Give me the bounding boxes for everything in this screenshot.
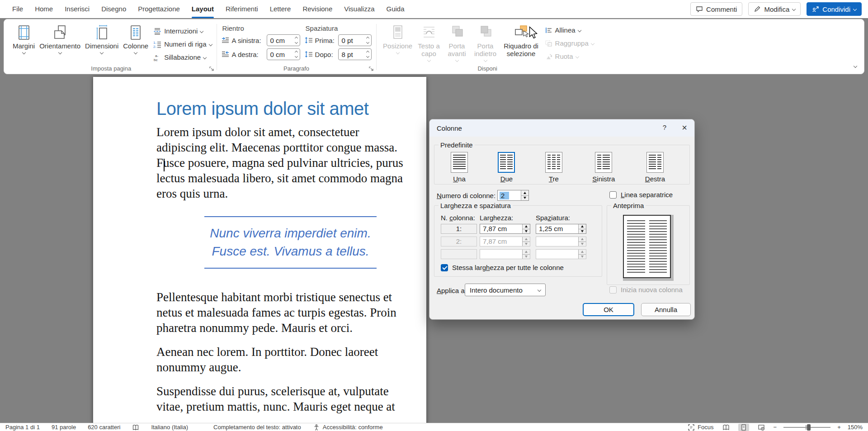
presets-group: Predefinite Una Due Tre Sinistra Destra	[434, 145, 690, 185]
tab-file[interactable]: File	[6, 0, 29, 18]
stepper-arrows[interactable]	[522, 224, 530, 233]
tab-progettazione[interactable]: Progettazione	[132, 0, 186, 18]
orientation-button[interactable]: Orientamento	[37, 22, 83, 55]
number-of-columns-input[interactable]: 2	[497, 190, 529, 201]
zoom-level[interactable]: 150%	[848, 424, 863, 431]
tab-riferimenti[interactable]: Riferimenti	[220, 0, 264, 18]
collapse-ribbon-icon[interactable]	[854, 61, 857, 69]
preset-due[interactable]: Due	[498, 152, 515, 183]
checkbox-checked[interactable]	[441, 264, 448, 271]
group-paragraph: Rientro A sinistra: 0 cm A destra: 0 cm …	[218, 21, 375, 74]
word-count[interactable]: 91 parole	[52, 424, 76, 431]
preset-sinistra[interactable]: Sinistra	[592, 152, 615, 183]
focus-button[interactable]: Focus	[688, 424, 713, 431]
web-layout-button[interactable]	[756, 424, 767, 431]
paragraph[interactable]: Pellentesque habitant morbi tristique se…	[156, 289, 420, 336]
breaks-button[interactable]: Interruzioni	[153, 26, 212, 36]
preset-tre[interactable]: Tre	[545, 152, 562, 183]
align-button[interactable]: Allinea	[545, 25, 594, 35]
print-layout-button[interactable]	[738, 424, 749, 431]
text-completion-status[interactable]: Completamento del testo: attivato	[213, 424, 301, 431]
separator-line-checkbox[interactable]: Linea separatrice	[609, 191, 673, 199]
line-numbers-button[interactable]: 1-2- Numeri di riga	[153, 39, 212, 49]
preset-destra[interactable]: Destra	[645, 152, 665, 183]
chevron-down-icon	[22, 51, 25, 54]
comments-button[interactable]: Commenti	[690, 2, 742, 16]
share-icon	[812, 5, 819, 13]
columns-dialog: Colonne ? × Predefinite Una Due Tre Sini…	[429, 119, 695, 320]
intense-quote[interactable]: Nunc viverra imperdiet enim. Fusce est. …	[204, 216, 377, 269]
tab-disegno[interactable]: Disegno	[95, 0, 132, 18]
status-bar: Pagina 1 di 1 91 parole 620 caratteri It…	[0, 423, 868, 431]
proofing-icon[interactable]	[132, 424, 139, 431]
tab-visualizza[interactable]: Visualizza	[338, 0, 380, 18]
start-new-column-checkbox: Inizia nuova colonna	[609, 286, 683, 294]
spacing-input[interactable]: 1,25 cm	[536, 224, 586, 234]
columns-button[interactable]: Colonne	[121, 22, 151, 55]
apply-to-label: Applica a:	[437, 287, 467, 294]
read-mode-button[interactable]	[721, 424, 731, 431]
zoom-in-button[interactable]: +	[837, 424, 841, 431]
tab-guida[interactable]: Guida	[381, 0, 410, 18]
language-status[interactable]: Italiano (Italia)	[151, 424, 188, 431]
accessibility-status[interactable]: Accessibilità: conforme	[313, 424, 383, 431]
zoom-slider[interactable]	[783, 427, 830, 428]
size-button[interactable]: Dimensioni	[83, 22, 121, 55]
stepper-arrows[interactable]	[367, 51, 369, 57]
hyphenation-button[interactable]: a-bc Sillabazione	[153, 52, 212, 62]
dialog-launcher-icon[interactable]	[368, 66, 374, 71]
cancel-button[interactable]: Annulla	[641, 303, 691, 316]
chevron-down-icon	[134, 51, 137, 54]
tab-lettere[interactable]: Lettere	[264, 0, 297, 18]
stepper-arrows[interactable]	[578, 224, 586, 233]
menu-bar: File Home Inserisci Disegno Progettazion…	[0, 0, 868, 18]
paragraph[interactable]: Lorem ipsum dolor sit amet, consectetuer…	[156, 124, 420, 201]
preset-una[interactable]: Una	[451, 152, 468, 183]
chevron-down-icon	[591, 41, 594, 45]
indent-left-input[interactable]: 0 cm	[267, 34, 300, 46]
page-count[interactable]: Pagina 1 di 1	[5, 424, 40, 431]
svg-text:1-: 1-	[153, 41, 156, 45]
group-label-paragraph: Paragrafo	[218, 65, 375, 72]
close-icon[interactable]: ×	[682, 122, 687, 133]
editing-mode-button[interactable]: Modifica	[748, 2, 801, 16]
dialog-titlebar[interactable]: Colonne	[429, 119, 694, 137]
accessibility-icon	[313, 424, 320, 431]
spacing-before-input[interactable]: 0 pt	[338, 34, 372, 46]
apply-to-dropdown[interactable]: Intero documento	[465, 284, 546, 296]
indent-right-input[interactable]: 0 cm	[267, 48, 300, 60]
stepper-arrows[interactable]	[521, 190, 528, 200]
dialog-title: Colonne	[437, 124, 462, 132]
tab-home[interactable]: Home	[29, 0, 59, 18]
zoom-slider-thumb[interactable]	[807, 424, 811, 431]
same-width-checkbox[interactable]: Stessa larghezza per tutte le colonne	[441, 264, 564, 271]
tab-layout[interactable]: Layout	[186, 0, 220, 18]
tab-inserisci[interactable]: Inserisci	[59, 0, 95, 18]
hyphenation-icon: a-bc	[153, 53, 161, 62]
tab-revisione[interactable]: Revisione	[297, 0, 338, 18]
spacing-header: Spaziatura	[305, 24, 372, 32]
ok-button[interactable]: OK	[583, 303, 634, 316]
share-button[interactable]: Condividi	[807, 2, 862, 16]
chevron-down-icon	[208, 42, 212, 46]
spacing-after-input[interactable]: 8 pt	[338, 48, 372, 60]
width-header: Larghezza:	[480, 214, 513, 222]
width-input[interactable]: 7,87 cm	[480, 224, 530, 234]
margins-button[interactable]: Margini	[10, 22, 37, 55]
document-heading[interactable]: Lorem ipsum dolor sit amet	[156, 99, 420, 119]
help-button[interactable]: ?	[663, 123, 666, 131]
dialog-launcher-icon[interactable]	[209, 66, 214, 71]
stepper-arrows[interactable]	[295, 37, 297, 43]
paragraph[interactable]: Suspendisse dui purus, scelerisque at, v…	[156, 384, 420, 414]
presets-group-label: Predefinite	[439, 141, 475, 149]
zoom-out-button[interactable]: −	[774, 424, 777, 431]
paragraph[interactable]: Aenean nec lorem. In porttitor. Donec la…	[156, 344, 420, 375]
stepper-arrows[interactable]	[295, 51, 297, 57]
bring-forward-icon	[449, 24, 465, 41]
send-backward-button: Porta indietro	[471, 22, 500, 62]
checkbox-unchecked[interactable]	[609, 191, 617, 199]
stepper-arrows[interactable]	[367, 37, 369, 43]
document-page[interactable]: Lorem ipsum dolor sit amet Lorem ipsum d…	[93, 77, 426, 431]
apply-to-value: Intero documento	[470, 286, 523, 294]
char-count[interactable]: 620 caratteri	[88, 424, 120, 431]
